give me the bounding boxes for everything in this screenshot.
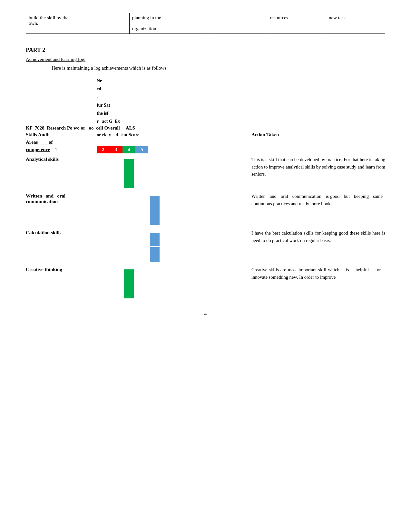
skill-name-analytical: Analytical skills (26, 156, 97, 162)
skill-action-analytical: This is a skill that can be developed by… (251, 156, 385, 178)
bar-communication (150, 196, 160, 225)
bar-analytical (124, 159, 134, 188)
num-5: 5 (135, 146, 148, 153)
num-spacer: competence 1 (26, 147, 97, 152)
skill-name-creative: Creative thinking (26, 266, 97, 272)
cell-2: planning in theorganization. (129, 13, 208, 34)
skill-bars-analytical (97, 156, 187, 188)
part-heading: PART 2 (26, 47, 385, 53)
bar-col-4-creative (135, 266, 148, 298)
bar-col-3-analytical (122, 156, 135, 188)
skill-bars-creative (97, 266, 187, 298)
bar-col-3-comm (122, 193, 135, 225)
label-r-act: r act G Ex (97, 117, 187, 125)
skill-action-communication: Written and oral communication is good b… (251, 193, 385, 207)
label-ed: ed (97, 85, 187, 93)
bar-col-2-creative (110, 266, 122, 298)
stacked-labels: Ne ed s fur Sat the isf r act G Ex (97, 77, 187, 125)
col-scores-header: or rk y d ent Score (97, 132, 187, 138)
num-cells: 2 3 4 5 (97, 146, 187, 153)
bar-col-5-comm (148, 193, 161, 225)
skill-action-calculation: I have the best calculation skills for k… (251, 229, 385, 244)
bar-col-4-comm (135, 193, 148, 225)
areas-row: Areas of (26, 140, 385, 145)
skill-row-calculation: Calculation skills I have the best calcu… (26, 229, 385, 262)
bar-col-1-calc (97, 229, 110, 262)
skill-row-analytical: Analytical skills This is a skill that c… (26, 156, 385, 188)
bar-col-1-analytical (97, 156, 110, 188)
label-s: s (97, 93, 187, 101)
col-action-header: Action Taken (251, 132, 385, 138)
top-table: build the skill by theown. planning in t… (26, 13, 385, 34)
skill-name-calculation: Calculation skills (26, 229, 97, 236)
section-title: Achievement and learning log. (26, 57, 385, 62)
bar-col-5-calc (148, 229, 161, 262)
bar-col-3-creative (122, 266, 135, 298)
skill-name-communication: Written and oralcommunication (26, 193, 97, 204)
bar-col-1-comm (97, 193, 110, 225)
bar-col-3-calc (122, 229, 135, 262)
bar-col-2-analytical (110, 156, 122, 188)
bar-col-4-analytical (135, 156, 148, 188)
label-fur-sat: fur Sat (97, 101, 187, 109)
cell-1: build the skill by theown. (26, 13, 130, 34)
kf-row: KF 7028 Research Po wo or oo cell Overal… (26, 125, 385, 131)
bar-col-2-comm (110, 193, 122, 225)
cell-3 (208, 13, 267, 34)
label-the-isf: the isf (97, 109, 187, 117)
skill-row-communication: Written and oralcommunication Written an… (26, 193, 385, 225)
cell-5: new task. (326, 13, 385, 34)
label-ne: Ne (97, 77, 187, 85)
table-row: build the skill by theown. planning in t… (26, 13, 385, 34)
col-area-header: Skills Audit (26, 132, 97, 138)
bar-col-5-creative (148, 266, 161, 298)
number-row: competence 1 2 3 4 5 (26, 146, 385, 153)
cell-4: resources (267, 13, 326, 34)
intro-text: Here is maintaining a log achievements w… (52, 65, 385, 71)
skill-bars-calculation (97, 229, 187, 262)
num-4: 4 (122, 146, 135, 153)
skill-action-creative: Creative skills are most important skill… (251, 266, 385, 281)
bar-col-4-calc (135, 229, 148, 262)
num-2: 2 (97, 146, 110, 153)
num-3: 3 (110, 146, 122, 153)
skill-row-creative: Creative thinking Creative skills are mo… (26, 266, 385, 298)
bar-col-1-creative (97, 266, 110, 298)
bar-col-2-calc (110, 229, 122, 262)
bar-col-5-analytical (148, 156, 161, 188)
bar-creative (124, 269, 134, 298)
bar-calculation (150, 233, 160, 262)
areas-label: Areas of (26, 140, 97, 145)
page-number: 4 (26, 311, 385, 317)
skill-bars-communication (97, 193, 187, 225)
skills-header-row: Skills Audit or rk y d ent Score Action … (26, 132, 385, 138)
